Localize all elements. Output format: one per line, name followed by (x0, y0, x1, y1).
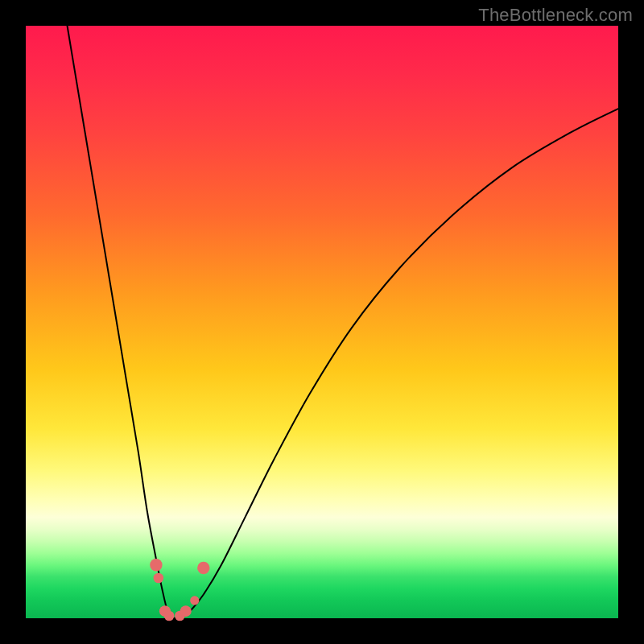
curve-marker (150, 559, 162, 571)
curve-marker (154, 573, 164, 584)
bottleneck-curve (68, 26, 618, 618)
plot-area (26, 26, 618, 618)
chart-frame: TheBottleneck.com (0, 0, 644, 644)
curve-marker (190, 596, 199, 605)
chart-svg (26, 26, 618, 618)
curve-marker (180, 605, 192, 617)
curve-marker (197, 562, 209, 574)
watermark-text: TheBottleneck.com (478, 5, 633, 26)
curve-marker (164, 611, 175, 621)
curve-markers (150, 559, 209, 621)
